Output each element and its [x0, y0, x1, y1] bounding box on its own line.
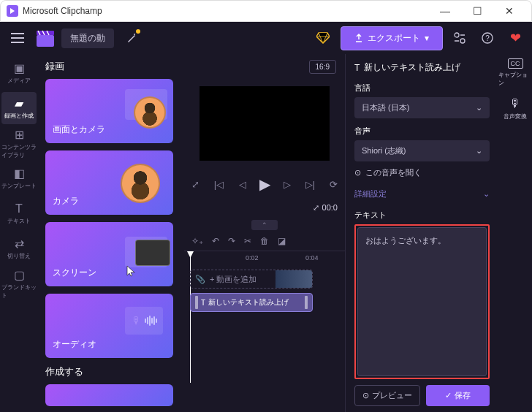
time-tick: 0:02 [246, 254, 259, 262]
avatar-preview [121, 164, 160, 203]
captions-button[interactable]: CC キャプション [498, 58, 532, 87]
voice-value: Shiori (志織) [362, 145, 406, 156]
play-circle-icon: ⊙ [354, 168, 361, 178]
tts-panel: T 新しいテキスト読み上げ 言語 日本語 (日本) ⌄ 音声 Shiori (志… [345, 54, 498, 412]
right-mini-sidebar: CC キャプション 🎙 音声変換 [498, 54, 532, 412]
next-frame-button[interactable]: ▷ [281, 179, 294, 190]
nav-label: 録画と作成 [4, 112, 34, 120]
expand-timeline-icon[interactable]: ⤢ [313, 203, 319, 213]
window-titlebar: Microsoft Clipchamp — ☐ ✕ [0, 0, 532, 22]
save-label: 保存 [455, 390, 471, 401]
video-thumbnail [276, 270, 312, 288]
text-icon: T [15, 202, 23, 215]
nav-media[interactable]: ▣メディア [1, 57, 37, 89]
preview-button[interactable]: ⊙ プレビュー [354, 385, 420, 406]
tts-text-input[interactable]: おはようございます。 [357, 227, 487, 376]
nav-brandkit[interactable]: ▢ブランドキット [1, 267, 37, 300]
clip-label: 新しいテキスト読み上げ [208, 297, 289, 308]
tts-text-highlight: おはようございます。 [354, 224, 490, 379]
play-circle-icon: ⊙ [362, 391, 369, 400]
cut-button[interactable]: ✂ [244, 236, 251, 246]
export-button[interactable]: エクスポート ▾ [341, 26, 443, 50]
nav-text[interactable]: Tテキスト [1, 197, 37, 229]
advanced-settings-toggle[interactable]: 詳細設定 ⌄ [354, 184, 490, 204]
clip-handle-left[interactable] [195, 296, 198, 309]
settings-button[interactable] [449, 27, 471, 49]
top-toolbar: 無題の動 エクスポート ▾ ? ❤ [0, 22, 532, 54]
sidebar-nav: ▣メディア ▰録画と作成 ⊞コンテンツライブラリ ◧テンプレート Tテキスト ⇄… [0, 54, 38, 412]
content-panel: 録画 画面とカメラ カメラ スクリーン [38, 54, 184, 412]
maximize-button[interactable]: ☐ [461, 0, 493, 22]
panel-header-record: 録画 [45, 60, 177, 73]
time-tick: 0:04 [305, 254, 319, 262]
nav-library[interactable]: ⊞コンテンツライブラリ [1, 127, 37, 159]
chevron-down-icon: ⌄ [476, 103, 482, 112]
card-screen[interactable]: スクリーン [45, 222, 173, 286]
camera-icon: ▰ [15, 96, 23, 110]
tts-header-label: 新しいテキスト読み上げ [364, 61, 460, 74]
delete-button[interactable]: 🗑 [260, 236, 269, 246]
help-button[interactable]: ? [476, 27, 498, 49]
nav-label: 切り替え [7, 252, 31, 260]
redo-button[interactable]: ↷ [228, 236, 235, 246]
card-label: カメラ [53, 195, 79, 207]
magic-wand-button[interactable] [120, 26, 143, 50]
nav-label: メディア [7, 77, 31, 85]
card-audio[interactable]: 🎙 オーディオ [45, 294, 173, 358]
cursor-icon [126, 265, 137, 279]
svg-point-3 [134, 34, 135, 35]
favorite-button[interactable]: ❤ [504, 27, 526, 49]
microphone-icon: 🎙 [509, 97, 521, 110]
audio-convert-button[interactable]: 🎙 音声変換 [503, 97, 527, 121]
add-video-track[interactable]: 📎 + 動画を追加 [190, 270, 313, 289]
card-label: スクリーン [53, 267, 96, 279]
tts-header: T 新しいテキスト読み上げ [354, 61, 490, 74]
tts-clip[interactable]: T 新しいテキスト読み上げ [190, 293, 313, 312]
premium-button[interactable] [311, 26, 335, 50]
media-icon: ▣ [14, 61, 25, 75]
language-dropdown[interactable]: 日本語 (日本) ⌄ [354, 97, 490, 118]
nav-transitions[interactable]: ⇄切り替え [1, 232, 37, 264]
undo-button[interactable]: ↶ [212, 236, 219, 246]
svg-text:?: ? [485, 34, 490, 42]
expand-button[interactable]: ⤢ [189, 179, 202, 190]
card-camera[interactable]: カメラ [45, 150, 173, 215]
svg-rect-1 [37, 35, 54, 47]
project-title[interactable]: 無題の動 [61, 28, 114, 48]
canvas-area: 16:9 ⤢ |◁ ◁ ▶ ▷ ▷| ⟳ ⤢ 00:0 [184, 54, 345, 218]
save-button[interactable]: ✓ 保存 [426, 385, 490, 406]
panel-expander[interactable]: ⌃ [184, 218, 345, 232]
loop-button[interactable]: ⟳ [327, 179, 341, 190]
aspect-ratio-button[interactable]: 16:9 [309, 60, 336, 74]
nav-label: テンプレート [1, 182, 37, 190]
video-canvas[interactable] [200, 86, 330, 161]
language-label: 言語 [354, 83, 490, 94]
captions-label: キャプション [498, 71, 532, 87]
card-label: 画面とカメラ [53, 123, 105, 136]
card-screen-camera[interactable]: 画面とカメラ [45, 79, 173, 143]
timeline-tracks: 📎 + 動画を追加 T 新しいテキスト読み上げ [184, 267, 345, 412]
audio-preview-icon: 🎙 [125, 307, 163, 335]
typography-icon: T [201, 299, 205, 307]
prev-frame-button[interactable]: ◁ [236, 179, 249, 190]
card-create-item[interactable] [45, 384, 173, 406]
skip-start-button[interactable]: |◁ [213, 179, 226, 190]
minimize-button[interactable]: — [429, 0, 461, 22]
clip-handle-right[interactable] [305, 296, 308, 309]
play-button[interactable]: ▶ [259, 175, 270, 193]
panel-header-create: 作成する [45, 365, 177, 378]
menu-button[interactable] [6, 26, 29, 50]
timeline-ruler[interactable]: 0:02 0:04 [184, 251, 345, 267]
voice-dropdown[interactable]: Shiori (志織) ⌄ [354, 140, 490, 161]
chevron-down-icon: ⌄ [483, 189, 490, 199]
skip-end-button[interactable]: ▷| [304, 179, 317, 190]
split-button[interactable]: ◪ [278, 236, 286, 246]
nav-templates[interactable]: ◧テンプレート [1, 162, 37, 194]
window-title: Microsoft Clipchamp [23, 6, 429, 16]
nav-record[interactable]: ▰録画と作成 [1, 92, 37, 124]
add-track-button[interactable]: ✧₊ [191, 236, 203, 246]
listen-label: この音声を聞く [365, 167, 422, 178]
close-button[interactable]: ✕ [493, 0, 525, 22]
listen-voice-button[interactable]: ⊙ この音声を聞く [354, 167, 490, 178]
upload-icon [354, 34, 363, 42]
